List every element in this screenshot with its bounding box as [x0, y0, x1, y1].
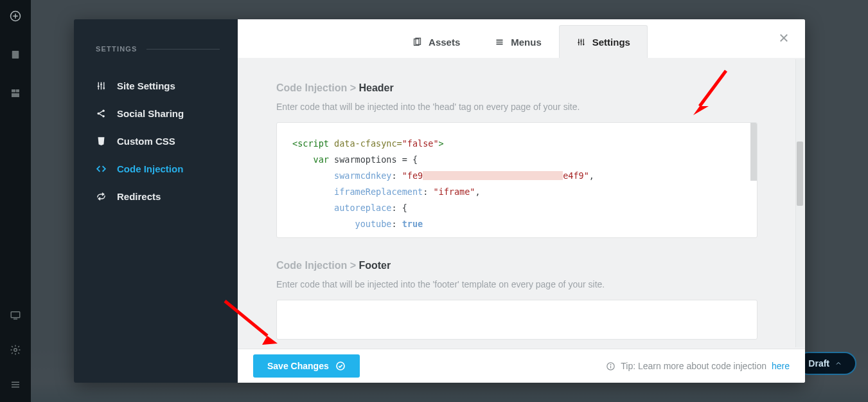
tip-link[interactable]: here — [772, 361, 790, 371]
check-circle-icon — [335, 361, 346, 371]
tip-row: Tip: Learn more about code injection her… — [606, 361, 790, 371]
svg-point-14 — [100, 84, 102, 86]
assets-icon — [412, 37, 422, 47]
settings-tab-icon — [576, 37, 586, 47]
left-tool-rail — [0, 0, 31, 402]
settings-tabs: Assets Menus Settings — [238, 19, 805, 58]
redirect-icon — [96, 191, 107, 202]
chevron-up-icon — [835, 360, 842, 367]
svg-point-34 — [610, 364, 611, 365]
svg-point-27 — [580, 40, 582, 42]
rail-menu-icon[interactable] — [10, 379, 21, 393]
settings-sidebar: SETTINGS Site Settings Social Sharing Cu… — [74, 19, 238, 383]
svg-rect-6 — [12, 93, 19, 97]
sidebar-item-custom-css[interactable]: Custom CSS — [96, 127, 220, 155]
svg-rect-4 — [12, 89, 15, 93]
settings-nav: Site Settings Social Sharing Custom CSS … — [96, 72, 220, 210]
breadcrumb-prefix: Code Injection > — [276, 82, 359, 93]
save-button-label: Save Changes — [267, 361, 329, 371]
sidebar-item-label: Social Sharing — [117, 108, 184, 119]
footer-section-title: Code Injection > Footer — [276, 260, 757, 271]
sidebar-heading: SETTINGS — [96, 45, 137, 53]
sidebar-item-label: Custom CSS — [117, 136, 175, 147]
tab-menus[interactable]: Menus — [477, 25, 559, 59]
redacted-key — [423, 171, 563, 180]
sidebar-heading-row: SETTINGS — [96, 45, 220, 53]
rail-pages-icon[interactable] — [10, 49, 21, 63]
sidebar-item-label: Site Settings — [117, 80, 175, 91]
tab-label: Settings — [592, 37, 630, 48]
css-shield-icon — [96, 136, 107, 147]
content-scroll[interactable]: Code Injection > Header Enter code that … — [238, 58, 796, 349]
svg-line-19 — [100, 111, 103, 113]
sidebar-heading-divider — [146, 49, 220, 50]
svg-line-20 — [100, 114, 103, 116]
breadcrumb-target: Footer — [359, 260, 391, 271]
footer-section-description: Enter code that will be injected into th… — [276, 279, 757, 289]
content-area: Code Injection > Header Enter code that … — [238, 58, 805, 349]
draft-label: Draft — [808, 358, 829, 369]
save-changes-button[interactable]: Save Changes — [253, 354, 360, 378]
tab-settings[interactable]: Settings — [559, 25, 648, 59]
settings-main: Assets Menus Settings Code Injection > H… — [238, 19, 805, 383]
sliders-icon — [96, 80, 107, 91]
editor-scrollbar-thumb[interactable] — [750, 123, 757, 181]
info-icon — [606, 361, 616, 371]
tab-label: Menus — [511, 37, 542, 48]
sidebar-item-label: Code Injection — [117, 163, 183, 174]
content-scrollbar-track[interactable] — [795, 59, 804, 347]
header-injection-section: Code Injection > Header Enter code that … — [276, 82, 757, 238]
svg-point-26 — [578, 42, 580, 44]
rail-settings-icon[interactable] — [10, 344, 21, 358]
menus-icon — [495, 37, 504, 47]
svg-rect-5 — [16, 89, 19, 93]
footer-code-editor[interactable] — [276, 300, 757, 340]
close-icon — [778, 32, 790, 44]
settings-modal: SETTINGS Site Settings Social Sharing Cu… — [74, 19, 805, 383]
svg-rect-3 — [12, 51, 19, 59]
breadcrumb-prefix: Code Injection > — [276, 260, 359, 271]
tip-text: Tip: Learn more about code injection — [621, 361, 766, 371]
tab-label: Assets — [429, 37, 460, 48]
header-code-editor[interactable]: <script data-cfasync="false"> var swarmo… — [276, 122, 757, 238]
content-scrollbar-thumb[interactable] — [797, 142, 803, 206]
header-section-description: Enter code that will be injected into th… — [276, 102, 757, 112]
close-button[interactable] — [778, 32, 790, 44]
header-code-content: <script data-cfasync="false"> var swarmo… — [292, 136, 741, 232]
header-section-title: Code Injection > Header — [276, 82, 757, 94]
modal-footer-bar: Save Changes Tip: Learn more about code … — [238, 349, 805, 383]
svg-point-15 — [103, 87, 105, 89]
code-icon — [96, 163, 107, 174]
breadcrumb-target: Header — [359, 82, 393, 93]
sidebar-item-code-injection[interactable]: Code Injection — [96, 155, 220, 183]
svg-point-13 — [98, 86, 100, 87]
sidebar-item-site-settings[interactable]: Site Settings — [96, 72, 220, 100]
tab-assets[interactable]: Assets — [395, 25, 477, 59]
sidebar-item-redirects[interactable]: Redirects — [96, 183, 220, 210]
rail-theme-icon[interactable] — [10, 87, 21, 102]
svg-point-9 — [14, 349, 17, 352]
draft-toggle-button[interactable]: Draft — [797, 352, 856, 375]
rail-add-icon[interactable] — [10, 10, 21, 24]
sidebar-item-label: Redirects — [117, 191, 161, 202]
sidebar-item-social-sharing[interactable]: Social Sharing — [96, 100, 220, 127]
footer-injection-section: Code Injection > Footer Enter code that … — [276, 260, 757, 340]
rail-device-preview-icon[interactable] — [10, 309, 21, 324]
share-icon — [96, 108, 107, 119]
svg-rect-7 — [11, 312, 20, 318]
svg-point-28 — [583, 43, 585, 45]
